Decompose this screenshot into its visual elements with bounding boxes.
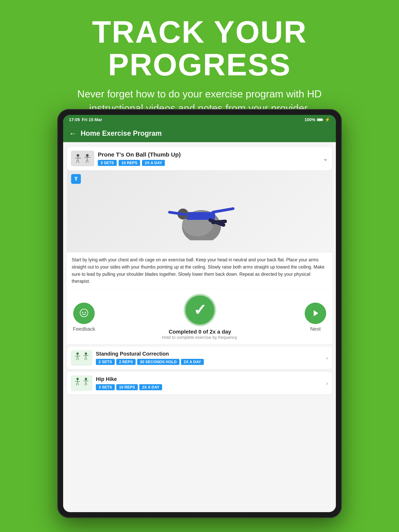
- content-area: Prone T's On Ball (Thumb Up) 3 SETS 10 R…: [63, 142, 336, 512]
- complete-info: Completed 0 of 2x a day Hold to complete…: [162, 329, 238, 340]
- exercise-tags: 3 SETS 10 REPS 2X A DAY: [98, 160, 180, 166]
- action-row: Feedback ✓ Completed 0 of 2x a day Hold …: [67, 289, 332, 344]
- feedback-icon: [78, 307, 90, 319]
- check-icon: ✓: [193, 302, 206, 318]
- thumb-fig-2: [83, 154, 91, 163]
- list-tag-reps-2: 10 REPS: [116, 384, 138, 390]
- exercise-header-left: Prone T's On Ball (Thumb Up) 3 SETS 10 R…: [71, 151, 180, 166]
- thumb-fig-1: [74, 154, 82, 163]
- status-time: 17:05: [69, 117, 80, 122]
- battery-icon: [317, 118, 323, 121]
- back-button[interactable]: ←: [69, 129, 77, 138]
- feedback-button[interactable]: Feedback: [73, 303, 95, 332]
- feedback-label: Feedback: [73, 326, 95, 332]
- list-exercise-name-2: Hip Hike: [96, 376, 323, 382]
- next-button[interactable]: Next: [305, 303, 326, 332]
- tablet-frame: 17:05 Fri 15 Mar 100% ⚡ ← Home Exercise …: [57, 109, 342, 518]
- complete-button[interactable]: ✓: [184, 294, 215, 326]
- svg-rect-4: [211, 207, 235, 214]
- list-thumb-2: [71, 375, 92, 391]
- lf-2b: [82, 377, 90, 389]
- thumb-figures: [74, 154, 91, 163]
- lf-2a: [74, 377, 81, 389]
- complete-button-wrap: ✓ Completed 0 of 2x a day Hold to comple…: [162, 294, 238, 340]
- svg-point-8: [80, 309, 88, 317]
- tag-frequency: 2X A DAY: [142, 160, 165, 166]
- list-exercise-name-1: Standing Postural Correction: [96, 351, 323, 357]
- tablet-screen: 17:05 Fri 15 Mar 100% ⚡ ← Home Exercise …: [63, 115, 336, 512]
- status-date: Fri 15 Mar: [82, 117, 102, 122]
- tablet-wrapper: 17:05 Fri 15 Mar 100% ⚡ ← Home Exercise …: [57, 109, 342, 518]
- list-exercise-info-1: Standing Postural Correction 2 SETS 2 RE…: [96, 351, 323, 365]
- complete-title: Completed 0 of 2x a day: [162, 329, 238, 335]
- tag-sets: 3 SETS: [98, 160, 117, 166]
- exercise-svg: [151, 182, 248, 240]
- hero-section: TRACK YOUR PROGRESS Never forget how to …: [0, 0, 399, 123]
- watermark-icon: Ŧ: [71, 174, 81, 184]
- next-icon: [310, 308, 321, 319]
- exercise-illustration: [151, 182, 248, 240]
- list-tag-hold-1: 30 SECONDS HOLD: [137, 359, 180, 365]
- tag-reps: 10 REPS: [119, 160, 140, 166]
- exercise-description: Start by lying with your chest and rib c…: [72, 256, 327, 285]
- list-tag-sets-2: 3 SETS: [96, 384, 115, 390]
- complete-subtitle: Hold to complete exercise by frequency.: [162, 335, 238, 340]
- exercise-list-item-2[interactable]: Hip Hike 3 SETS 10 REPS 2X A DAY ›: [67, 372, 332, 394]
- list-chevron-1: ›: [326, 355, 328, 361]
- status-battery-text: 100%: [304, 117, 315, 122]
- svg-point-9: [82, 312, 83, 313]
- feedback-circle: [73, 303, 95, 324]
- video-container[interactable]: Ŧ: [67, 170, 332, 252]
- svg-point-10: [85, 312, 86, 313]
- description-area: Start by lying with your chest and rib c…: [67, 252, 332, 289]
- exercise-name: Prone T's On Ball (Thumb Up): [98, 151, 180, 158]
- video-area: Ŧ: [67, 170, 332, 252]
- list-thumb-1: [71, 350, 92, 366]
- lf-1b: [82, 352, 90, 364]
- chevron-down-icon[interactable]: ⌄: [323, 155, 328, 162]
- main-exercise-card[interactable]: Prone T's On Ball (Thumb Up) 3 SETS 10 R…: [67, 147, 332, 170]
- next-circle: [305, 303, 326, 324]
- list-tag-freq-1: 2X A DAY: [181, 359, 204, 365]
- status-bar-right: 100% ⚡: [304, 117, 330, 122]
- list-tags-1: 2 SETS 2 REPS 30 SECONDS HOLD 2X A DAY: [96, 359, 323, 365]
- status-bar: 17:05 Fri 15 Mar 100% ⚡: [63, 115, 336, 125]
- lf-1a: [74, 352, 81, 364]
- exercise-info: Prone T's On Ball (Thumb Up) 3 SETS 10 R…: [98, 151, 180, 166]
- list-chevron-2: ›: [326, 380, 328, 386]
- exercise-list-item-1[interactable]: Standing Postural Correction 2 SETS 2 RE…: [67, 347, 332, 369]
- svg-marker-11: [314, 310, 318, 316]
- list-tags-2: 3 SETS 10 REPS 2X A DAY: [96, 384, 323, 390]
- exercise-header: Prone T's On Ball (Thumb Up) 3 SETS 10 R…: [71, 151, 328, 166]
- list-tag-freq-2: 2X A DAY: [139, 384, 162, 390]
- list-tag-sets-1: 2 SETS: [96, 359, 115, 365]
- list-exercise-info-2: Hip Hike 3 SETS 10 REPS 2X A DAY: [96, 376, 323, 390]
- list-figures-1: [73, 351, 90, 365]
- list-figures-2: [73, 377, 90, 390]
- app-header: ← Home Exercise Program: [63, 125, 336, 142]
- status-bar-left: 17:05 Fri 15 Mar: [69, 117, 102, 122]
- app-header-title: Home Exercise Program: [81, 129, 162, 138]
- list-tag-reps-1: 2 REPS: [116, 359, 135, 365]
- exercise-thumbnail: [71, 151, 94, 166]
- next-label: Next: [310, 326, 321, 332]
- hero-title: TRACK YOUR PROGRESS: [23, 16, 376, 81]
